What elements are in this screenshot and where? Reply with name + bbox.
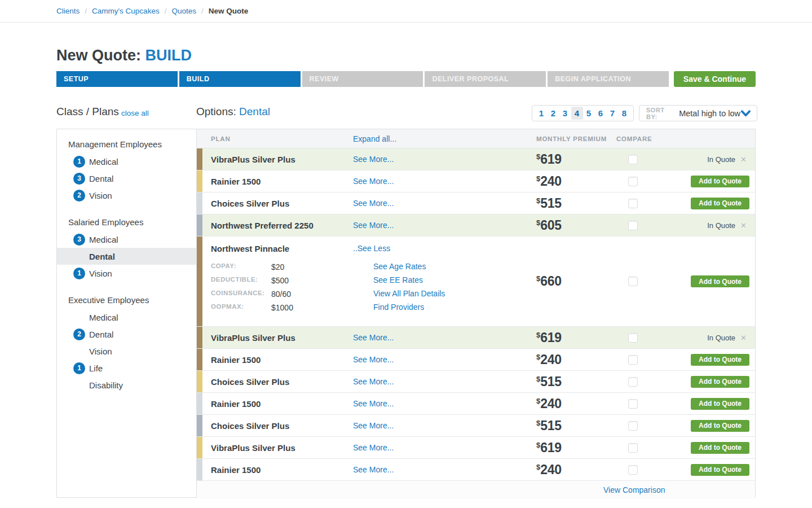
- plan-name: Choices Silver Plus: [211, 371, 289, 392]
- sidebar-item-salaried-employees-vision[interactable]: 1Vision: [57, 265, 196, 282]
- see-more-link[interactable]: See More...: [353, 393, 394, 414]
- see-age-rates-link[interactable]: See Age Rates: [373, 262, 426, 271]
- tab-build[interactable]: BUILD: [179, 71, 301, 87]
- tab-deliver-proposal[interactable]: DELIVER PROPOSAL: [425, 71, 546, 87]
- compare-checkbox[interactable]: [628, 199, 638, 208]
- sidebar-item-label: Dental: [89, 252, 115, 261]
- breadcrumb-separator: /: [85, 7, 87, 15]
- monthly-premium: $240: [536, 459, 562, 480]
- monthly-premium: $240: [536, 393, 562, 414]
- plan-row-choices-silver-plus: Choices Silver PlusSee More...$515Add to…: [197, 415, 755, 437]
- premium-amount: 515: [540, 374, 561, 389]
- expand-all-link[interactable]: Expand all...: [353, 129, 396, 148]
- sidebar-item-executive-employees-life[interactable]: 1Life: [57, 360, 196, 376]
- currency-symbol: $: [536, 274, 540, 283]
- find-providers-link[interactable]: Find Providers: [373, 303, 424, 312]
- sidebar-item-salaried-employees-medical[interactable]: 3Medical: [57, 231, 196, 248]
- page-number-4-current[interactable]: 4: [571, 107, 583, 120]
- monthly-premium: $619: [536, 148, 562, 170]
- see-less-link[interactable]: ..See Less: [353, 243, 390, 254]
- sidebar-item-executive-employees-disability[interactable]: Disability: [57, 376, 196, 393]
- page-number-6[interactable]: 6: [595, 107, 607, 120]
- see-more-link[interactable]: See More...: [353, 214, 394, 236]
- compare-checkbox[interactable]: [628, 155, 638, 164]
- sidebar-item-salaried-employees-dental[interactable]: Dental: [57, 248, 196, 265]
- add-to-quote-button[interactable]: Add to Quote: [691, 176, 749, 187]
- compare-cell: [628, 148, 638, 170]
- premium-amount: 240: [540, 462, 561, 478]
- view-all-plan-details-link[interactable]: View All Plan Details: [373, 289, 445, 298]
- page-number-8[interactable]: 8: [619, 107, 630, 120]
- compare-checkbox[interactable]: [628, 221, 638, 230]
- remove-from-quote-icon[interactable]: ✕: [740, 334, 747, 342]
- tab-setup[interactable]: SETUP: [56, 71, 178, 87]
- action-cell: In Quote✕: [707, 327, 749, 348]
- page-number-5[interactable]: 5: [583, 107, 595, 120]
- add-to-quote-button[interactable]: Add to Quote: [691, 275, 749, 287]
- view-comparison-link[interactable]: View Comparison: [603, 481, 665, 499]
- page-number-3[interactable]: 3: [559, 107, 571, 120]
- sidebar-item-label: Dental: [89, 174, 113, 183]
- breadcrumb-link-clients[interactable]: Clients: [56, 7, 80, 15]
- see-more-link[interactable]: See More...: [353, 327, 394, 348]
- compare-checkbox[interactable]: [628, 443, 638, 453]
- sidebar-item-executive-employees-vision[interactable]: Vision: [57, 343, 196, 360]
- detail-value-coinsurance: 80/60: [271, 290, 291, 299]
- save-continue-button[interactable]: Save & Continue: [674, 71, 756, 87]
- page-number-1[interactable]: 1: [536, 107, 548, 120]
- tab-begin-application[interactable]: BEGIN APPLICATION: [548, 71, 669, 87]
- see-more-link[interactable]: See More...: [353, 170, 394, 192]
- see-ee-rates-link[interactable]: See EE Rates: [373, 275, 423, 284]
- compare-checkbox[interactable]: [628, 277, 638, 286]
- remove-from-quote-icon[interactable]: ✕: [740, 221, 747, 230]
- tab-review[interactable]: REVIEW: [302, 71, 423, 87]
- sidebar-item-executive-employees-dental[interactable]: 2Dental: [57, 326, 196, 343]
- compare-checkbox[interactable]: [628, 377, 638, 387]
- compare-checkbox[interactable]: [628, 421, 638, 431]
- premium-amount: 619: [540, 440, 561, 456]
- add-to-quote-button[interactable]: Add to Quote: [691, 464, 749, 476]
- sidebar-item-management-employees-medical[interactable]: 1Medical: [57, 153, 196, 170]
- action-cell: Add to Quote: [691, 237, 749, 326]
- add-to-quote-button[interactable]: Add to Quote: [691, 398, 749, 410]
- page-number-2[interactable]: 2: [548, 107, 559, 120]
- breadcrumb-link-quotes[interactable]: Quotes: [171, 7, 196, 15]
- table-body: VibraPlus Silver PlusSee More...$619In Q…: [197, 148, 755, 481]
- see-more-link[interactable]: See More...: [353, 349, 394, 370]
- monthly-premium: $515: [536, 192, 562, 214]
- sidebar-item-management-employees-vision[interactable]: 2Vision: [57, 187, 196, 204]
- add-to-quote-button[interactable]: Add to Quote: [691, 420, 749, 432]
- plan-name: Northwest Preferred 2250: [211, 214, 314, 236]
- compare-checkbox[interactable]: [628, 465, 638, 475]
- add-to-quote-button[interactable]: Add to Quote: [691, 442, 749, 454]
- add-to-quote-button[interactable]: Add to Quote: [691, 198, 749, 209]
- see-more-link[interactable]: See More...: [353, 148, 394, 170]
- add-to-quote-button[interactable]: Add to Quote: [691, 376, 749, 388]
- detail-value-deductible: $500: [271, 276, 289, 285]
- sort-control[interactable]: SORT BY: Metal high to low: [639, 105, 757, 121]
- see-more-link[interactable]: See More...: [353, 459, 394, 480]
- compare-checkbox[interactable]: [628, 355, 638, 365]
- metal-stripe-bronze: [197, 327, 202, 348]
- sidebar-item-management-employees-dental[interactable]: 3Dental: [57, 170, 196, 187]
- remove-from-quote-icon[interactable]: ✕: [740, 155, 747, 164]
- sidebar-item-executive-employees-medical[interactable]: Medical: [57, 309, 196, 326]
- see-more-link[interactable]: See More...: [353, 415, 394, 436]
- plan-row-rainier-1500: Rainier 1500See More...$240Add to Quote: [197, 170, 755, 192]
- currency-symbol: $: [536, 419, 540, 427]
- plan-name: Northwest Pinnacle: [211, 242, 289, 255]
- metal-stripe-gold: [197, 371, 202, 392]
- compare-checkbox[interactable]: [628, 399, 638, 409]
- metal-stripe-silver: [197, 192, 202, 214]
- see-more-link[interactable]: See More...: [353, 437, 394, 458]
- add-to-quote-button[interactable]: Add to Quote: [691, 354, 749, 366]
- compare-checkbox[interactable]: [628, 333, 638, 343]
- options-title: Options: Dental: [196, 106, 270, 118]
- compare-checkbox[interactable]: [628, 177, 638, 186]
- breadcrumb-link-cammy-s-cupcakes[interactable]: Cammy's Cupcakes: [92, 7, 160, 15]
- page-number-7[interactable]: 7: [607, 107, 619, 120]
- see-more-link[interactable]: See More...: [353, 371, 394, 392]
- see-more-link[interactable]: See More...: [353, 192, 394, 214]
- detail-label-copay: COPAY:: [211, 262, 270, 269]
- close-all-link[interactable]: close all: [121, 109, 149, 117]
